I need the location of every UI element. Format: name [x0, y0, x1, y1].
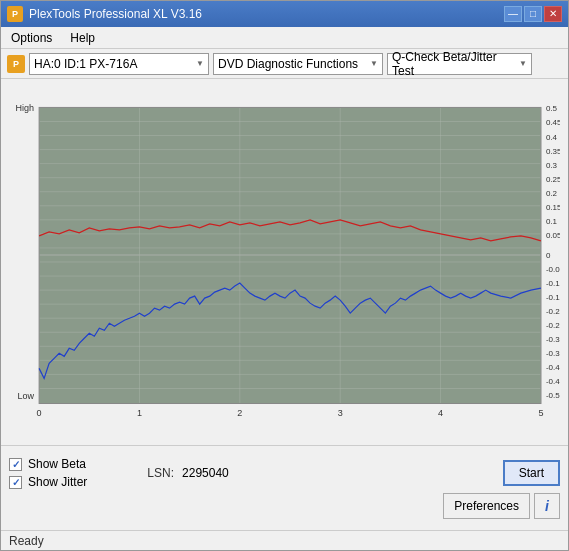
svg-text:0.4: 0.4: [546, 133, 558, 142]
app-icon: P: [7, 6, 23, 22]
svg-text:0.25: 0.25: [546, 175, 560, 184]
svg-text:-0.5: -0.5: [546, 391, 560, 400]
info-button[interactable]: i: [534, 493, 560, 519]
drive-dropdown-arrow: ▼: [196, 59, 204, 68]
test-dropdown[interactable]: Q-Check Beta/Jitter Test ▼: [387, 53, 532, 75]
status-text: Ready: [9, 534, 44, 548]
svg-text:0.3: 0.3: [546, 161, 558, 170]
test-dropdown-label: Q-Check Beta/Jitter Test: [392, 50, 515, 78]
svg-text:5: 5: [538, 408, 543, 418]
svg-text:0.45: 0.45: [546, 119, 560, 128]
show-beta-label: Show Beta: [28, 457, 86, 471]
function-dropdown-label: DVD Diagnostic Functions: [218, 57, 358, 71]
show-jitter-check: ✓: [12, 477, 20, 488]
top-buttons-area: Start: [503, 460, 560, 486]
svg-text:0: 0: [546, 251, 551, 260]
lsn-label: LSN:: [147, 466, 174, 480]
title-bar-left: P PlexTools Professional XL V3.16: [7, 6, 202, 22]
chart-area: High Low 0.5 0.45 0.4 0.35 0.3 0.25 0.2 …: [1, 79, 568, 445]
function-dropdown[interactable]: DVD Diagnostic Functions ▼: [213, 53, 383, 75]
status-bar: Ready: [1, 530, 568, 550]
svg-text:-0.2: -0.2: [546, 307, 560, 316]
minimize-button[interactable]: —: [504, 6, 522, 22]
svg-text:-0.05: -0.05: [546, 265, 560, 274]
window-controls: — □ ✕: [504, 6, 562, 22]
svg-text:4: 4: [438, 408, 443, 418]
svg-text:2: 2: [237, 408, 242, 418]
chart-svg: High Low 0.5 0.45 0.4 0.35 0.3 0.25 0.2 …: [9, 83, 560, 443]
svg-text:0.35: 0.35: [546, 147, 560, 156]
svg-text:-0.1: -0.1: [546, 279, 560, 288]
app-icon-text: P: [12, 9, 18, 19]
svg-text:0.5: 0.5: [546, 104, 558, 113]
svg-text:0: 0: [37, 408, 42, 418]
svg-text:-0.25: -0.25: [546, 321, 560, 330]
start-button[interactable]: Start: [503, 460, 560, 486]
svg-text:1: 1: [137, 408, 142, 418]
show-beta-checkbox[interactable]: ✓: [9, 458, 22, 471]
menu-help[interactable]: Help: [66, 30, 99, 46]
title-bar: P PlexTools Professional XL V3.16 — □ ✕: [1, 1, 568, 27]
show-beta-check: ✓: [12, 459, 20, 470]
svg-text:3: 3: [338, 408, 343, 418]
function-dropdown-arrow: ▼: [370, 59, 378, 68]
svg-text:-0.35: -0.35: [546, 349, 560, 358]
svg-text:-0.4: -0.4: [546, 363, 560, 372]
checkboxes: ✓ Show Beta ✓ Show Jitter: [9, 457, 87, 489]
lsn-area: LSN: 2295040: [147, 466, 228, 480]
show-beta-row: ✓ Show Beta: [9, 457, 87, 471]
svg-text:High: High: [16, 103, 35, 113]
close-button[interactable]: ✕: [544, 6, 562, 22]
bottom-row: ✓ Show Beta ✓ Show Jitter LSN: 2295040: [9, 457, 560, 489]
maximize-button[interactable]: □: [524, 6, 542, 22]
svg-text:0.15: 0.15: [546, 203, 560, 212]
menu-bar: Options Help: [1, 27, 568, 49]
svg-text:0.05: 0.05: [546, 231, 560, 240]
show-jitter-row: ✓ Show Jitter: [9, 475, 87, 489]
test-dropdown-arrow: ▼: [519, 59, 527, 68]
svg-text:-0.3: -0.3: [546, 335, 560, 344]
drive-dropdown-label: HA:0 ID:1 PX-716A: [34, 57, 137, 71]
show-jitter-checkbox[interactable]: ✓: [9, 476, 22, 489]
svg-text:-0.45: -0.45: [546, 377, 560, 386]
toolbar: P HA:0 ID:1 PX-716A ▼ DVD Diagnostic Fun…: [1, 49, 568, 79]
show-jitter-label: Show Jitter: [28, 475, 87, 489]
drive-dropdown[interactable]: HA:0 ID:1 PX-716A ▼: [29, 53, 209, 75]
svg-text:0.2: 0.2: [546, 189, 558, 198]
window-title: PlexTools Professional XL V3.16: [29, 7, 202, 21]
bottom-panel: ✓ Show Beta ✓ Show Jitter LSN: 2295040: [1, 445, 568, 530]
bottom-buttons-row: Preferences i: [9, 493, 560, 519]
drive-icon: P: [7, 55, 25, 73]
svg-text:Low: Low: [18, 391, 35, 401]
lsn-value: 2295040: [182, 466, 229, 480]
main-window: P PlexTools Professional XL V3.16 — □ ✕ …: [0, 0, 569, 551]
preferences-button[interactable]: Preferences: [443, 493, 530, 519]
svg-text:-0.15: -0.15: [546, 293, 560, 302]
menu-options[interactable]: Options: [7, 30, 56, 46]
svg-text:0.1: 0.1: [546, 217, 558, 226]
